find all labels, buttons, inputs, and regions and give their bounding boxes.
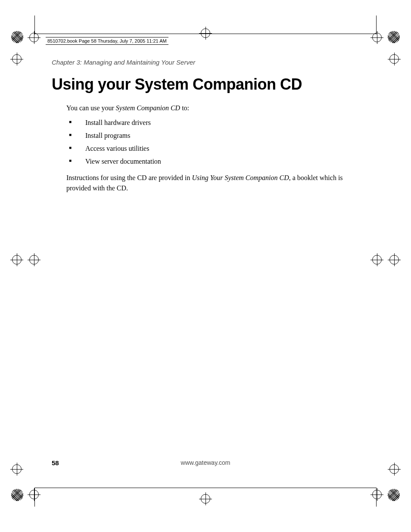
list-item: View server documentation	[66, 156, 359, 167]
body-block: You can use your System Companion CD to:…	[66, 103, 359, 193]
register-mark-icon	[388, 463, 401, 476]
register-mark-icon	[199, 492, 212, 505]
register-mark-icon	[28, 253, 40, 266]
intro-paragraph: You can use your System Companion CD to:	[66, 103, 359, 113]
content-area: Chapter 3: Managing and Maintaining Your…	[52, 59, 359, 193]
crop-rule-bottom	[34, 488, 377, 488]
corner-hatch-icon	[11, 489, 23, 501]
intro-prefix: You can use your	[66, 104, 116, 112]
page-root: 8510702.book Page 58 Thursday, July 7, 2…	[0, 0, 411, 532]
intro-suffix: to:	[180, 104, 189, 112]
corner-hatch-icon	[11, 31, 23, 43]
list-item: Install hardware drivers	[66, 118, 359, 128]
register-mark-icon	[388, 253, 401, 266]
register-mark-icon	[10, 253, 23, 266]
intro-italic: System Companion CD	[116, 104, 180, 112]
page-title: Using your System Companion CD	[52, 75, 359, 93]
instructions-paragraph: Instructions for using the CD are provid…	[66, 173, 359, 193]
register-mark-icon	[28, 488, 40, 501]
register-mark-icon	[388, 53, 401, 65]
bullet-list: Install hardware drivers Install program…	[66, 118, 359, 167]
register-mark-icon	[28, 31, 40, 44]
register-mark-icon	[10, 463, 23, 476]
register-mark-icon	[10, 53, 23, 65]
register-mark-icon	[371, 31, 383, 44]
footer-url: www.gateway.com	[52, 459, 359, 466]
register-mark-icon	[371, 253, 383, 266]
register-mark-icon	[199, 27, 212, 40]
source-meta-line: 8510702.book Page 58 Thursday, July 7, 2…	[46, 37, 168, 45]
corner-hatch-icon	[388, 31, 400, 43]
para2-prefix: Instructions for using the CD are provid…	[66, 174, 192, 181]
para2-italic: Using Your System Companion CD	[192, 174, 289, 181]
corner-hatch-icon	[388, 489, 400, 501]
register-mark-icon	[371, 488, 383, 501]
list-item: Access various utilities	[66, 143, 359, 154]
chapter-label: Chapter 3: Managing and Maintaining Your…	[52, 59, 359, 66]
list-item: Install programs	[66, 131, 359, 141]
